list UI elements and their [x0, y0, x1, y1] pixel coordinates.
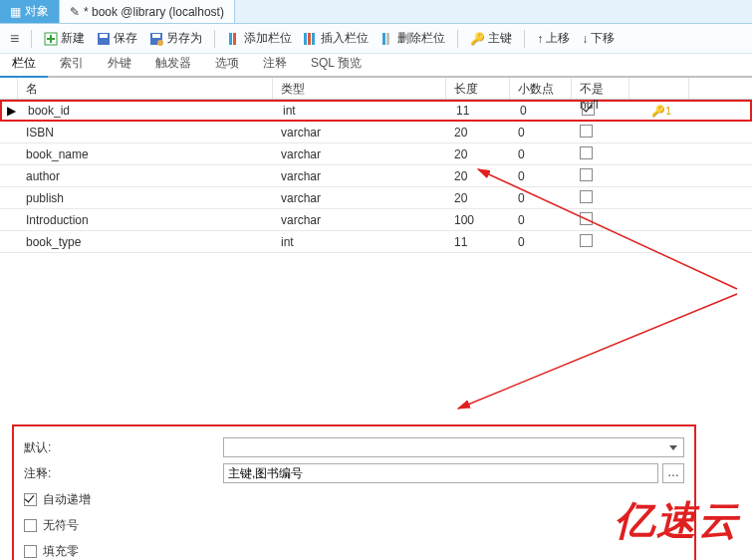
notnull-checkbox[interactable] — [580, 168, 593, 181]
cell-length[interactable]: 20 — [446, 147, 510, 161]
tab-index[interactable]: 索引 — [48, 51, 96, 76]
svg-rect-8 — [304, 33, 307, 45]
saveas-label: 另存为 — [166, 30, 202, 47]
movedown-button[interactable]: ↓ 下移 — [578, 28, 619, 49]
new-label: 新建 — [61, 30, 85, 47]
cell-name[interactable]: book_name — [18, 147, 273, 161]
tab-comment[interactable]: 注释 — [251, 51, 299, 76]
pk-button[interactable]: 🔑 主键 — [466, 28, 516, 49]
cell-notnull[interactable] — [574, 103, 631, 119]
deletecol-button[interactable]: 删除栏位 — [376, 28, 449, 49]
cell-decimals[interactable]: 0 — [512, 104, 574, 118]
cell-length[interactable]: 11 — [448, 104, 512, 118]
cell-length[interactable]: 20 — [446, 191, 510, 205]
cell-notnull[interactable] — [572, 234, 629, 250]
table-row[interactable]: book_typeint110 — [0, 231, 752, 253]
cell-name[interactable]: ISBN — [18, 126, 273, 140]
unsigned-checkbox[interactable] — [24, 519, 37, 532]
header-name[interactable]: 名 — [18, 78, 273, 99]
addcol-label: 添加栏位 — [244, 30, 292, 47]
svg-rect-12 — [386, 33, 389, 45]
cell-decimals[interactable]: 0 — [510, 235, 572, 249]
table-row[interactable]: book_namevarchar200 — [0, 143, 752, 165]
cell-name[interactable]: book_id — [20, 104, 275, 118]
more-button[interactable]: … — [662, 463, 684, 483]
zerofill-checkbox[interactable] — [24, 545, 37, 558]
table-row[interactable]: publishvarchar200 — [0, 187, 752, 209]
separator — [457, 30, 458, 48]
cell-length[interactable]: 20 — [446, 126, 510, 140]
cell-type[interactable]: varchar — [273, 213, 446, 227]
down-icon: ↓ — [582, 32, 588, 46]
cell-decimals[interactable]: 0 — [510, 126, 572, 140]
cell-notnull[interactable] — [572, 190, 629, 206]
addcol-button[interactable]: 添加栏位 — [223, 28, 296, 49]
cell-type[interactable]: varchar — [273, 147, 446, 161]
cell-key[interactable]: 🔑1 — [631, 104, 691, 118]
table-row[interactable]: Introductionvarchar1000 — [0, 209, 752, 231]
movedown-label: 下移 — [591, 30, 615, 47]
notnull-checkbox[interactable] — [580, 212, 593, 225]
insertcol-button[interactable]: 插入栏位 — [300, 28, 373, 49]
tab-edit-label: * book @library (localhost) — [84, 5, 224, 19]
cell-name[interactable]: author — [18, 169, 273, 183]
cell-name[interactable]: book_type — [18, 235, 273, 249]
tab-edit[interactable]: ✎ * book @library (localhost) — [60, 0, 235, 23]
header-decimals[interactable]: 小数点 — [510, 78, 572, 99]
notnull-checkbox[interactable] — [582, 103, 595, 116]
cell-length[interactable]: 20 — [446, 169, 510, 183]
table-row[interactable]: ISBNvarchar200 — [0, 122, 752, 143]
cell-notnull[interactable] — [572, 168, 629, 184]
svg-rect-6 — [229, 33, 232, 45]
moveup-label: 上移 — [546, 30, 570, 47]
cell-notnull[interactable] — [572, 125, 629, 140]
cell-notnull[interactable] — [572, 146, 629, 162]
cell-decimals[interactable]: 0 — [510, 169, 572, 183]
tab-fk[interactable]: 外键 — [96, 51, 143, 76]
edit-icon: ✎ — [70, 5, 80, 19]
menu-button[interactable]: ≡ — [6, 28, 23, 50]
cell-notnull[interactable] — [572, 212, 629, 228]
tab-options[interactable]: 选项 — [203, 51, 251, 76]
table-row[interactable]: authorvarchar200 — [0, 165, 752, 187]
header-notnull[interactable]: 不是 null — [572, 78, 629, 99]
row-indicator: ▶ — [2, 104, 20, 118]
default-label: 默认: — [24, 439, 223, 456]
save-button[interactable]: 保存 — [93, 28, 141, 49]
cell-type[interactable]: int — [275, 104, 448, 118]
cell-length[interactable]: 11 — [446, 235, 510, 249]
new-button[interactable]: 新建 — [40, 28, 89, 49]
moveup-button[interactable]: ↑ 上移 — [533, 28, 574, 49]
tab-trigger[interactable]: 触发器 — [143, 51, 203, 76]
cell-length[interactable]: 100 — [446, 213, 510, 227]
autoinc-checkbox[interactable] — [24, 493, 37, 506]
cell-type[interactable]: int — [273, 235, 446, 249]
cell-type[interactable]: varchar — [273, 169, 446, 183]
cell-name[interactable]: publish — [18, 191, 273, 205]
header-length[interactable]: 长度 — [446, 78, 510, 99]
svg-point-5 — [157, 40, 163, 46]
cell-type[interactable]: varchar — [273, 191, 446, 205]
cell-type[interactable]: varchar — [273, 126, 446, 140]
key-icon: 🔑 — [470, 32, 485, 46]
notnull-checkbox[interactable] — [580, 125, 593, 138]
tab-sqlpreview[interactable]: SQL 预览 — [299, 51, 374, 76]
notnull-checkbox[interactable] — [580, 190, 593, 203]
saveas-button[interactable]: 另存为 — [145, 28, 206, 49]
notnull-checkbox[interactable] — [580, 146, 593, 159]
deletecol-label: 删除栏位 — [397, 30, 445, 47]
cell-decimals[interactable]: 0 — [510, 191, 572, 205]
cell-decimals[interactable]: 0 — [510, 147, 572, 161]
cell-decimals[interactable]: 0 — [510, 213, 572, 227]
comment-input[interactable] — [223, 463, 658, 483]
table-row[interactable]: ▶book_idint110🔑1 — [0, 100, 752, 122]
tab-object[interactable]: ▦ 对象 — [0, 0, 60, 23]
cell-name[interactable]: Introduction — [18, 213, 273, 227]
tab-object-label: 对象 — [25, 3, 49, 20]
tab-columns[interactable]: 栏位 — [0, 51, 48, 78]
default-select[interactable] — [223, 437, 684, 457]
up-icon: ↑ — [537, 32, 543, 46]
addcol-icon — [227, 32, 241, 46]
header-type[interactable]: 类型 — [273, 78, 446, 99]
notnull-checkbox[interactable] — [580, 234, 593, 247]
